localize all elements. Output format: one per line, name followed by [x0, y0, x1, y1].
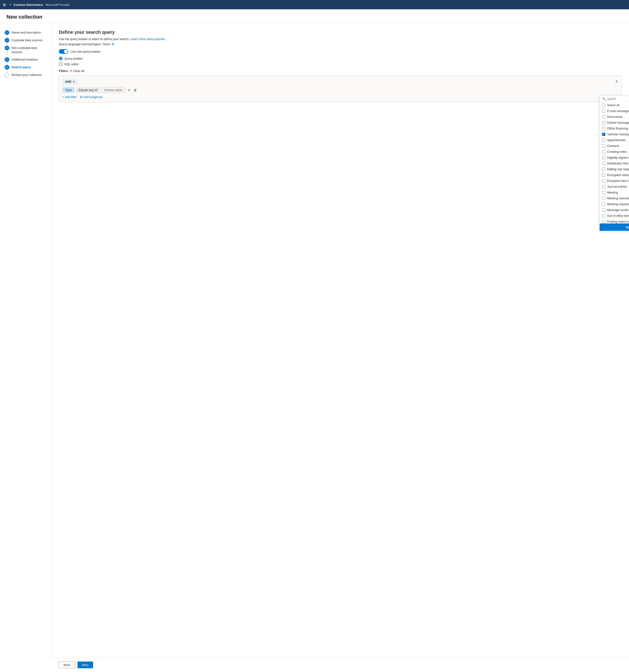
radio-kql-editor[interactable]: KQL editor: [59, 62, 622, 66]
dropdown-item-label: Journal entries: [607, 185, 627, 188]
toggle-row: Use new query builder: [59, 49, 622, 54]
dropdown-item-label: Meeting cancellations: [607, 196, 629, 200]
value-filter-pill[interactable]: choose value: [101, 87, 125, 93]
dropdown-checkbox[interactable]: [602, 104, 605, 107]
query-language-row: Query language-country/region: None ⚙: [59, 42, 622, 46]
product-name: Microsoft Purview: [46, 3, 70, 6]
dropdown-item[interactable]: Exception item of a recurrence series: [600, 178, 629, 184]
dropdown-checkbox[interactable]: [602, 214, 605, 217]
dropdown-checkbox[interactable]: [602, 173, 605, 177]
logo-icon: ✦: [8, 2, 12, 7]
and-badge[interactable]: AND ∨: [62, 79, 77, 84]
add-filter-button[interactable]: + Add filter: [62, 95, 77, 99]
dropdown-item[interactable]: Appointments: [600, 137, 629, 143]
query-mode-radio-group: Query builder KQL editor: [59, 56, 622, 66]
dropdown-item[interactable]: Message recall reports: [600, 207, 629, 213]
sidebar-item-review-collection[interactable]: Review your collection: [0, 71, 51, 79]
dropdown-item[interactable]: Meeting: [600, 190, 629, 195]
filters-bar: Filters ✕ Clear all: [59, 69, 622, 73]
dropdown-item-label: Appointments: [607, 138, 626, 142]
dropdown-checkbox[interactable]: [602, 220, 605, 223]
dropdown-item[interactable]: Journal entries: [600, 184, 629, 190]
dropdown-item[interactable]: Posting notes in a folder: [600, 219, 629, 223]
step-circle-1: ✓: [5, 30, 9, 35]
add-subgroup-button[interactable]: ⊞ Add subgroup: [80, 95, 102, 99]
dropdown-item[interactable]: Distribution lists: [600, 161, 629, 166]
dropdown-checkbox[interactable]: [602, 133, 605, 136]
dropdown-item-label: Yammer messages: [607, 133, 629, 136]
dropdown-checkbox[interactable]: [602, 209, 605, 212]
dropdown-search-input[interactable]: [607, 97, 629, 101]
step-label-6: Review your collection: [11, 72, 42, 77]
dropdown-item-label: Meeting requests: [607, 202, 629, 206]
add-filter-row: + Add filter ⊞ Add subgroup: [62, 95, 618, 99]
dropdown-item[interactable]: Encrypted notes to other people: [600, 172, 629, 178]
dropdown-checkbox[interactable]: [602, 185, 605, 188]
sidebar-item-custodial[interactable]: ✓ Custodial data sources: [0, 36, 51, 44]
dropdown-item[interactable]: Meeting requests: [600, 201, 629, 207]
dropdown-item[interactable]: Yammer messages: [600, 131, 629, 137]
topnav: ⊞ ✦ Contoso Electronics Microsoft Purvie…: [0, 0, 629, 9]
dropdown-checkbox[interactable]: [602, 202, 605, 206]
toggle-label: Use new query builder: [71, 50, 101, 53]
next-button[interactable]: Next: [77, 662, 93, 668]
dropdown-item[interactable]: Editing rule reply templates: [600, 166, 629, 172]
dropdown-checkbox[interactable]: [602, 197, 605, 200]
dropdown-checkbox[interactable]: [602, 191, 605, 194]
back-button[interactable]: Back: [59, 662, 75, 668]
dropdown-item[interactable]: Out of office templates: [600, 213, 629, 219]
dropdown-item[interactable]: Contacts: [600, 143, 629, 149]
radio-query-builder[interactable]: Query builder: [59, 56, 622, 60]
dropdown-item-label: Message recall reports: [607, 208, 629, 212]
learn-more-link[interactable]: Learn more about queries: [130, 37, 165, 41]
dropdown-item[interactable]: Meeting cancellations: [600, 195, 629, 201]
clear-all-button[interactable]: ✕ Clear all: [70, 69, 84, 73]
dropdown-item[interactable]: Office Roaming Service: [600, 125, 629, 131]
dropdown-checkbox[interactable]: [602, 179, 605, 183]
section-description: Use the query builder or editor to defin…: [59, 37, 622, 41]
dropdown-checkbox[interactable]: [602, 110, 605, 113]
step-circle-3: ✓: [5, 46, 9, 50]
dropdown-checkbox[interactable]: [602, 127, 605, 130]
sidebar-item-search-query[interactable]: ● Search query: [0, 63, 51, 71]
clear-filter-icon[interactable]: ✕: [127, 88, 131, 92]
value-dropdown-panel: 🔍 Select allE-mail messagesDocumentsInst…: [600, 95, 629, 231]
apply-button[interactable]: Apply: [600, 223, 629, 231]
dropdown-checkbox[interactable]: [602, 139, 605, 142]
collapse-button[interactable]: ∧: [615, 79, 618, 83]
dropdown-item-label: Distribution lists: [607, 162, 628, 165]
dropdown-item-label: Out of office templates: [607, 214, 629, 217]
new-query-builder-toggle[interactable]: [59, 49, 68, 54]
dropdown-item[interactable]: Digitally signed notes to other people: [600, 154, 629, 161]
grid-icon[interactable]: ⊞: [3, 3, 6, 7]
dropdown-checkbox[interactable]: [602, 115, 605, 119]
language-settings-icon[interactable]: ⚙: [111, 42, 115, 46]
dropdown-item[interactable]: Instant messages: [600, 120, 629, 125]
sidebar-item-name-description[interactable]: ✓ Name and description: [0, 29, 51, 36]
step-label-5: Search query: [11, 65, 31, 69]
dropdown-checkbox[interactable]: [602, 156, 605, 159]
dropdown-item[interactable]: Documents: [600, 114, 629, 120]
delete-filter-icon[interactable]: 🗑: [133, 88, 138, 92]
clear-all-x-icon: ✕: [70, 69, 72, 73]
operator-filter-pill[interactable]: Equals any of: [76, 87, 100, 93]
step-circle-4: ✓: [5, 57, 9, 62]
step-label-2: Custodial data sources: [11, 38, 42, 42]
type-filter-pill[interactable]: Type: [62, 87, 74, 93]
filters-label: Filters: [59, 69, 68, 73]
dropdown-item-label: Encrypted notes to other people: [607, 173, 629, 177]
dropdown-item-label: Instant messages: [607, 121, 629, 124]
add-subgroup-label: Add subgroup: [83, 95, 102, 99]
dropdown-checkbox[interactable]: [602, 168, 605, 171]
dropdown-checkbox[interactable]: [602, 121, 605, 124]
dropdown-item[interactable]: E-mail messages: [600, 108, 629, 114]
sidebar-item-additional-locations[interactable]: ✓ Additional locations: [0, 56, 51, 63]
dropdown-checkbox[interactable]: [602, 144, 605, 148]
company-name: Contoso Electronics: [14, 3, 43, 6]
dropdown-item[interactable]: Creating notes: [600, 149, 629, 154]
dropdown-item[interactable]: Select all: [600, 102, 629, 108]
dropdown-checkbox[interactable]: [602, 150, 605, 153]
dropdown-checkbox[interactable]: [602, 162, 605, 165]
sidebar-item-non-custodial[interactable]: ✓ Non-custodial data sources: [0, 44, 51, 56]
bottom-nav: Back Next: [51, 657, 629, 671]
